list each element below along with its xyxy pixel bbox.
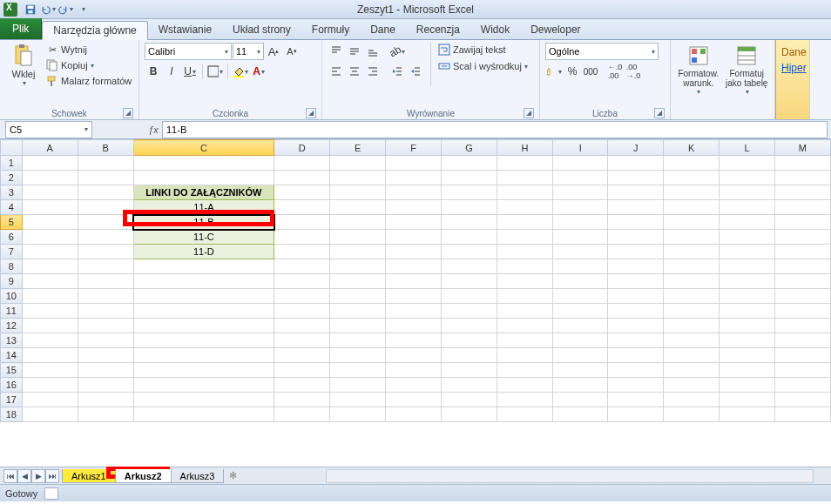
cell-J15[interactable] [608, 363, 664, 378]
cell-E8[interactable] [330, 259, 386, 274]
sheet-nav-prev[interactable]: ◀ [17, 469, 31, 483]
cell-A2[interactable] [22, 171, 78, 185]
cell-A6[interactable] [22, 230, 78, 245]
cell-F14[interactable] [386, 348, 442, 363]
cell-K16[interactable] [664, 378, 720, 393]
sheet-tab-Arkusz1[interactable]: Arkusz1 [62, 469, 116, 483]
cell-D7[interactable] [274, 245, 330, 259]
underline-button[interactable]: U▾ [181, 63, 199, 80]
cell-G2[interactable] [441, 171, 497, 185]
cell-J18[interactable] [608, 407, 664, 422]
cell-J3[interactable] [608, 185, 664, 200]
cell-A17[interactable] [22, 393, 78, 407]
hiperlink-button[interactable]: Hiper [781, 62, 804, 74]
cell-I14[interactable] [552, 348, 608, 363]
cell-C1[interactable] [133, 156, 274, 171]
cell-D14[interactable] [274, 348, 330, 363]
cell-K7[interactable] [664, 245, 720, 259]
number-format-combo[interactable]: Ogólne▾ [545, 43, 659, 60]
cell-H3[interactable] [497, 185, 552, 200]
align-middle-button[interactable] [346, 43, 363, 60]
accounting-format-button[interactable]: ₿▾ [545, 63, 563, 80]
cell-L11[interactable] [720, 304, 775, 319]
cell-C8[interactable] [133, 259, 274, 274]
cell-M15[interactable] [774, 363, 830, 378]
cell-E18[interactable] [330, 407, 386, 422]
horizontal-scrollbar[interactable] [326, 469, 814, 483]
cell-C18[interactable] [133, 407, 274, 422]
merge-center-button[interactable]: Scal i wyśrodkuj▾ [437, 59, 528, 73]
save-button[interactable] [23, 2, 38, 17]
cell-M7[interactable] [774, 245, 830, 259]
cell-I6[interactable] [552, 230, 608, 245]
cell-B8[interactable] [78, 259, 133, 274]
cell-E2[interactable] [330, 171, 386, 185]
number-launcher[interactable]: ◢ [654, 108, 665, 118]
align-center-button[interactable] [346, 63, 363, 80]
redo-button[interactable]: ▾ [57, 2, 73, 17]
cell-G1[interactable] [441, 156, 497, 171]
cell-F17[interactable] [386, 393, 442, 407]
cell-D10[interactable] [274, 289, 330, 304]
cell-D16[interactable] [274, 378, 330, 393]
cell-A16[interactable] [22, 378, 78, 393]
cell-G9[interactable] [441, 274, 497, 289]
row-header-6[interactable]: 6 [1, 230, 23, 245]
row-header-9[interactable]: 9 [1, 274, 23, 289]
cell-L9[interactable] [720, 274, 775, 289]
sheet-nav-first[interactable]: ⏮ [3, 469, 17, 483]
cell-K5[interactable] [664, 215, 720, 230]
comma-button[interactable]: 000 [582, 63, 599, 80]
row-header-2[interactable]: 2 [1, 171, 23, 185]
cell-A3[interactable] [22, 185, 78, 200]
cell-A1[interactable] [22, 156, 78, 171]
cell-H10[interactable] [497, 289, 552, 304]
cell-D8[interactable] [274, 259, 330, 274]
cell-L8[interactable] [720, 259, 775, 274]
col-header-C[interactable]: C [133, 140, 274, 156]
cell-D18[interactable] [274, 407, 330, 422]
tab-data[interactable]: Dane [360, 20, 406, 39]
cell-H9[interactable] [497, 274, 552, 289]
cell-K13[interactable] [664, 333, 720, 348]
cell-A10[interactable] [22, 289, 78, 304]
tab-developer[interactable]: Deweloper [520, 20, 591, 39]
cell-E16[interactable] [330, 378, 386, 393]
cell-A11[interactable] [22, 304, 78, 319]
cell-K9[interactable] [664, 274, 720, 289]
cell-G12[interactable] [441, 319, 497, 333]
cell-M8[interactable] [774, 259, 830, 274]
cell-L12[interactable] [720, 319, 775, 333]
cell-L2[interactable] [720, 171, 775, 185]
cell-K4[interactable] [664, 200, 720, 215]
cell-G18[interactable] [441, 407, 497, 422]
cell-H1[interactable] [497, 156, 552, 171]
cell-A8[interactable] [22, 259, 78, 274]
cell-L7[interactable] [720, 245, 775, 259]
cell-J8[interactable] [608, 259, 664, 274]
cell-H8[interactable] [497, 259, 552, 274]
cell-J2[interactable] [608, 171, 664, 185]
cell-G14[interactable] [441, 348, 497, 363]
font-launcher[interactable]: ◢ [306, 108, 316, 118]
cell-B3[interactable] [78, 185, 133, 200]
cell-D15[interactable] [274, 363, 330, 378]
orientation-button[interactable]: ab▾ [388, 43, 406, 60]
increase-decimal-button[interactable]: ←.0.00 [606, 63, 624, 80]
cell-L18[interactable] [720, 407, 775, 422]
cell-J5[interactable] [608, 215, 664, 230]
cell-G7[interactable] [441, 245, 497, 259]
cell-D5[interactable] [274, 215, 330, 230]
sheet-nav-next[interactable]: ▶ [31, 469, 45, 483]
cell-M3[interactable] [774, 185, 830, 200]
file-tab[interactable]: Plik [0, 18, 42, 39]
col-header-K[interactable]: K [664, 140, 720, 156]
cell-G11[interactable] [441, 304, 497, 319]
cell-K18[interactable] [664, 407, 720, 422]
cell-K15[interactable] [664, 363, 720, 378]
cell-B5[interactable] [78, 215, 133, 230]
cell-M10[interactable] [774, 289, 830, 304]
cell-F2[interactable] [386, 171, 442, 185]
cell-B14[interactable] [78, 348, 133, 363]
cell-K10[interactable] [664, 289, 720, 304]
